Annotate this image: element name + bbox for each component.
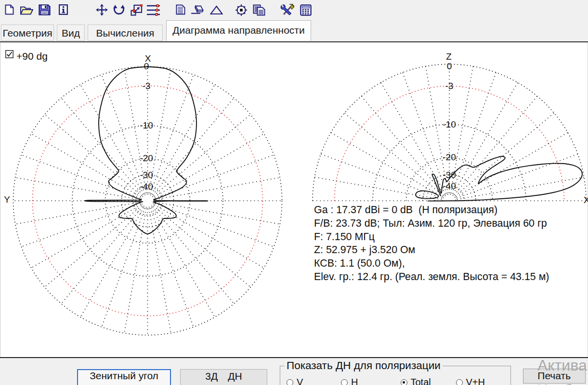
svg-text:-3: -3 [445,81,454,91]
svg-text:-30: -30 [140,170,153,180]
svg-text:-40: -40 [443,181,456,191]
svg-text:Y: Y [4,194,10,205]
svg-text:-3: -3 [143,81,151,91]
svg-text:-20: -20 [140,153,153,163]
svg-text:-10: -10 [140,120,153,130]
svg-text:0: 0 [447,61,452,71]
svg-text:X: X [584,195,588,205]
svg-text:-20: -20 [443,152,456,162]
svg-text:-10: -10 [443,119,456,129]
svg-text:-30: -30 [443,170,456,180]
svg-text:Z: Z [446,51,452,62]
svg-text:X: X [145,53,151,64]
svg-text:-40: -40 [140,181,153,192]
